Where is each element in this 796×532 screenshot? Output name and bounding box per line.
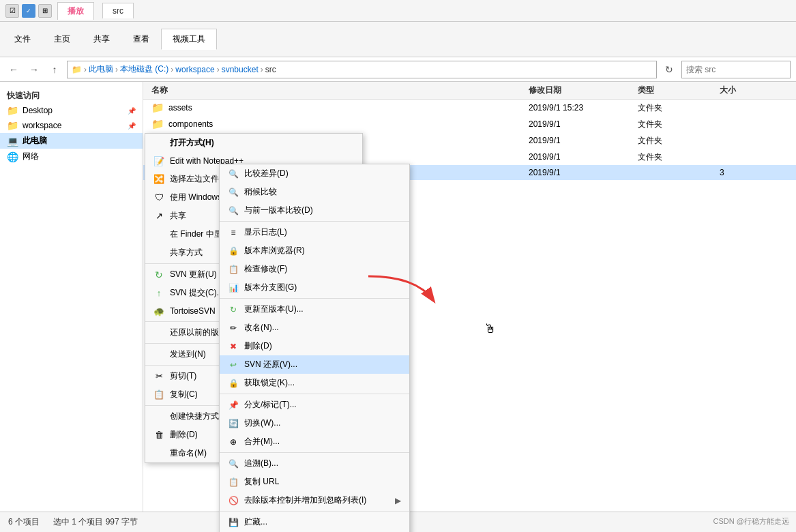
ribbon-tab-file[interactable]: 文件 [3,29,42,50]
tortoise-icon: 🐢 [153,306,164,316]
ctx-copy-label: 复制(C) [170,389,198,400]
up-button[interactable]: ↑ [46,61,63,78]
file-kind-components: 文件夹 [638,119,720,130]
sidebar-item-workspace[interactable]: 📁 workspace 📌 [0,118,143,133]
ctx-share-label: 共享 [170,210,186,222]
svn-blame-label: 追溯(B)... [244,458,278,469]
sidebar-item-network[interactable]: 🌐 网络 [0,149,143,164]
sidebar-item-desktop[interactable]: 📁 Desktop 📌 [0,103,143,118]
table-row[interactable]: 📁 components 2019/9/1 文件夹 [143,116,796,132]
svn-delete-icon: ✖ [228,341,239,352]
breadcrumb-svnbucket[interactable]: svnbucket [222,65,259,74]
svn-stash-label: 贮藏... [244,516,267,528]
svn-blame-icon: 🔍 [228,458,239,469]
svn-copy-url-label: 复制 URL [244,476,279,488]
watermark: CSDN @行稳方能走远 [713,516,789,527]
svn-rename[interactable]: ✏ 改名(N)... [220,319,409,337]
sidebar-label-workspace: workspace [23,121,61,130]
src-tab[interactable]: src [102,3,134,18]
breadcrumb-c[interactable]: 本地磁盘 (C:) [120,63,168,75]
header-type: 类型 [638,85,720,96]
share-icon: ↗ [153,211,164,222]
file-date-store: 2019/9/1 [529,152,638,162]
svn-show-log[interactable]: ≡ 显示日志(L) [220,223,409,241]
folder-blue-icon: 📁 [7,105,18,116]
svn-revert[interactable]: ↩ SVN 还原(V)... [220,355,409,374]
header-size: 大小 [720,85,788,96]
file-size-appvue: 3 [720,168,788,177]
forward-button[interactable]: → [26,61,42,78]
svn-rename-label: 改名(N)... [244,322,279,334]
repo-browser-icon: 🔒 [228,246,239,256]
icon-check-blue[interactable]: ✓ [22,4,35,18]
status-selected: 选中 1 个项目 997 字节 [53,516,138,528]
breadcrumb[interactable]: 📁 › 此电脑 › 本地磁盘 (C:) › workspace › svnbuc… [67,61,657,78]
title-bar-icons: ☑ ✓ ⊞ [5,4,52,18]
svn-stash[interactable]: 💾 贮藏... [220,513,409,531]
svn-branch-tag[interactable]: 📌 分支/标记(T)... [220,396,409,414]
search-input[interactable] [681,61,791,78]
sidebar-label-this-pc: 此电脑 [23,135,47,147]
icon-checkbox[interactable]: ☑ [5,4,19,18]
folder-icon-assets: 📁 [151,102,164,114]
svn-get-lock[interactable]: 🔒 获取锁定(K)... [220,374,409,392]
svn-update-icon: ↻ [153,269,164,280]
breadcrumb-workspace[interactable]: workspace [175,65,214,74]
pin-icon: 📌 [128,107,136,115]
defender-icon: 🛡 [153,192,164,203]
svn-copy-url[interactable]: 📋 复制 URL [220,473,409,491]
ribbon-tab-video-tools[interactable]: 视频工具 [161,29,217,50]
file-date-appvue: 2019/9/1 [529,168,638,177]
folder-gold-icon: 📁 [7,120,18,131]
table-row[interactable]: 📁 assets 2019/9/1 15:23 文件夹 [143,100,796,116]
compare-left-icon: 🔀 [153,174,164,185]
svn-repo-browser-label: 版本库浏览器(R) [244,245,305,256]
copy-icon: 📋 [153,389,164,400]
svn-blame[interactable]: 🔍 追溯(B)... [220,454,409,473]
file-kind-assets: 文件夹 [638,102,720,114]
network-icon: 🌐 [7,151,18,162]
file-date-router: 2019/9/1 [529,136,638,145]
svn-compare-prev[interactable]: 🔍 与前一版本比较(D) [220,201,409,220]
svn-copy-url-icon: 📋 [228,477,239,488]
file-name-components: components [168,119,213,129]
svn-merge-label: 合并(M)... [244,436,280,447]
share-method-icon [153,248,164,258]
svn-remove-versioning-label: 去除版本控制并增加到忽略列表(I) [244,494,366,506]
svn-remove-versioning[interactable]: 🚫 去除版本控制并增加到忽略列表(I) ▶ [220,491,409,509]
update-rev-icon: ↻ [228,304,239,315]
svn-get-lock-label: 获取锁定(K)... [244,377,295,389]
ribbon-tab-share[interactable]: 共享 [82,29,121,50]
svn-show-log-label: 显示日志(L) [244,226,287,238]
playing-tab[interactable]: 播放 [57,2,94,20]
ctx-delete-label: 删除(D) [170,429,198,441]
svn-delete[interactable]: ✖ 删除(D) [220,337,409,355]
svn-switch[interactable]: 🔄 切换(W)... [220,414,409,432]
ctx-open-with[interactable]: 打开方式(H) [145,134,362,152]
breadcrumb-pc[interactable]: 此电脑 [89,63,113,75]
file-kind-router: 文件夹 [638,135,720,147]
sidebar-item-this-pc[interactable]: 💻 此电脑 [0,133,143,149]
status-items: 6 个项目 [8,516,40,528]
svn-check-mods-label: 检查修改(F) [244,263,287,275]
svn-compare-later[interactable]: 🔍 稍候比较 [220,183,409,201]
ribbon-tab-home[interactable]: 主页 [42,29,82,50]
svn-update-to-rev[interactable]: ↻ 更新至版本(U)... [220,300,409,319]
svn-branch-graph[interactable]: 📊 版本分支图(G) [220,278,409,297]
svn-revert-icon: ↩ [228,359,239,370]
ctx-svn-update-label: SVN 更新(U) [170,269,217,280]
refresh-button[interactable]: ↻ [661,61,677,78]
ctx-svn-commit-label: SVN 提交(C)... [170,287,224,299]
check-mods-icon: 📋 [228,264,239,275]
svn-compare-diff[interactable]: 🔍 比较差异(D) [220,164,409,183]
svn-repo-browser[interactable]: 🔒 版本库浏览器(R) [220,241,409,260]
svn-check-mods[interactable]: 📋 检查修改(F) [220,260,409,278]
back-button[interactable]: ← [5,61,22,78]
icon-grid[interactable]: ⊞ [38,4,52,18]
folder-icon-small: 📁 [72,65,82,74]
file-kind-store: 文件夹 [638,151,720,163]
svn-merge[interactable]: ⊕ 合并(M)... [220,432,409,451]
ribbon-tab-view[interactable]: 查看 [121,29,161,50]
svn-delete-label: 删除(D) [244,340,272,352]
finder-icon [153,229,164,240]
